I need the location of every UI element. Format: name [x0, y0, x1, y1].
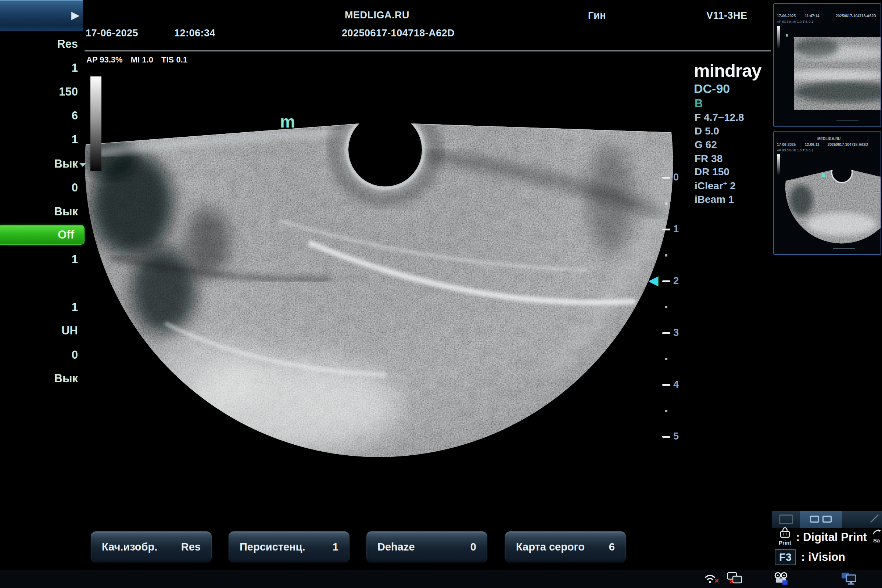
softkey-value: 6 — [609, 531, 615, 562]
tab-dual-view-selected[interactable] — [800, 511, 842, 528]
clinic-name: MEDLIGA.RU — [345, 9, 410, 21]
iclear-value: 2 — [730, 180, 736, 192]
tab-other-view[interactable] — [842, 511, 882, 528]
b-mode-ultrasound-image — [0, 0, 882, 588]
print-key-label: Print — [776, 540, 795, 546]
thumb-ap-line: AP 93.3% MI 1.0 TIS 0.1 — [777, 148, 813, 152]
tab-single-view[interactable] — [772, 511, 800, 528]
thumbnail-2[interactable]: MEDLIGA.RU 17-06-2025 12:06:11 20250617-… — [773, 131, 881, 255]
iclear-sup: + — [723, 180, 727, 187]
sidebar-item-vyk2[interactable]: Вык — [0, 205, 78, 218]
depth-label-3: 3 — [673, 327, 679, 339]
single-rect-icon — [779, 514, 793, 524]
thumb-time: 12:06:11 — [805, 142, 819, 147]
iclear-label: iClear — [694, 180, 723, 192]
brand-logo: mindray — [694, 60, 762, 81]
softkey-persistence[interactable]: Персистенц. 1 — [228, 531, 350, 563]
dual-rect-icon — [810, 516, 819, 523]
device-model: DC-90 — [694, 82, 730, 96]
param-dynamic-range: DR 150 — [694, 166, 729, 178]
thumb-exam-id: 20250617-104718-A62D — [828, 142, 868, 147]
wifi-x-mark: × — [714, 577, 719, 584]
param-depth: D 5.0 — [694, 125, 719, 137]
sidebar-item-6[interactable]: 6 — [0, 109, 78, 122]
sidebar-item-1b[interactable]: 1 — [0, 133, 78, 146]
play-arrow-icon: ▶ — [71, 9, 80, 21]
depth-label-4: 4 — [673, 379, 679, 390]
sidebar-item-0[interactable]: 0 — [0, 181, 78, 194]
depth-tick — [662, 177, 670, 178]
depth-tick — [662, 384, 670, 386]
depth-tick — [662, 280, 670, 282]
sidebar-item-uh[interactable]: UH — [0, 324, 78, 338]
param-iclear: iClear+ 2 — [694, 180, 736, 192]
thumb-date: 17-06-2025 — [777, 14, 796, 18]
exam-time: 12:06:34 — [174, 28, 215, 39]
softkey-label: Dehaze — [377, 531, 415, 562]
softkey-value: 1 — [333, 531, 339, 562]
softkey-value: 0 — [470, 531, 476, 562]
diagonal-icon — [870, 514, 879, 523]
dual-rect-icon — [822, 516, 832, 523]
off-toggle-button[interactable]: Off — [0, 225, 84, 245]
display-x-mark: × — [729, 578, 734, 585]
imaging-mode: B — [694, 97, 703, 110]
sidebar-item-1c[interactable]: 1 — [0, 253, 78, 266]
thumbnail-1[interactable]: 17-06-2025 11:47:14 20250617-104718-A62D… — [773, 3, 881, 127]
depth-tick — [662, 229, 670, 230]
probe-model: V11-3HE — [706, 10, 747, 21]
chevron-down-icon — [80, 163, 86, 167]
softkey-dehaze[interactable]: Dehaze 0 — [366, 531, 488, 563]
sidebar-item-vyk3[interactable]: Вык — [0, 372, 78, 385]
f3-key-badge: F3 — [775, 549, 796, 565]
thumb-scale-mark — [836, 120, 858, 121]
exam-id: 20250617-104718-A62D — [342, 28, 454, 39]
dual-monitor-icon — [841, 571, 859, 586]
focus-position-marker: ◀ — [648, 274, 658, 287]
param-frequency: F 4.7~12.8 — [694, 112, 744, 123]
softkey-gray-map[interactable]: Карта серого 6 — [504, 531, 627, 563]
thermal-index: TIS 0.1 — [161, 55, 188, 64]
status-bar: × × EN — [0, 570, 882, 588]
sidebar-item-150[interactable]: 150 — [0, 85, 78, 99]
sidebar-item-0b[interactable]: 0 — [0, 348, 78, 362]
depth-label-2: 2 — [673, 275, 679, 286]
thumb-grayscale-bar — [777, 154, 780, 175]
softkey-label: Персистенц. — [240, 531, 305, 562]
camera-icon — [774, 572, 789, 585]
acoustic-power: AP 93.3% — [86, 55, 123, 64]
print-action-text: : Digital Print — [796, 531, 867, 544]
acoustic-output-readout: AP 93.3% MI 1.0 TIS 0.1 — [86, 55, 193, 64]
thumb-scale-mark — [833, 248, 855, 249]
thumb-date: 17-06-2025 — [777, 142, 796, 147]
sidebar-item-vyk-dropdown[interactable]: Вык — [0, 157, 78, 171]
depth-label-1: 1 — [673, 224, 679, 235]
orientation-marker: m — [280, 112, 295, 132]
thumb-exam-id: 20250617-104718-A62D — [836, 14, 876, 18]
sidebar-item-res[interactable]: Res — [0, 38, 78, 51]
exam-preset: Гин — [588, 10, 606, 21]
depth-label-5: 5 — [673, 431, 679, 442]
save-key-icon — [873, 528, 882, 537]
print-key-icon — [778, 527, 792, 539]
sidebar-item-1d[interactable]: 1 — [0, 301, 78, 314]
softkey-image-quality[interactable]: Кач.изобр. Res — [90, 531, 212, 563]
param-ibeam: iBeam 1 — [694, 194, 734, 206]
thumb-time: 11:47:14 — [805, 14, 819, 18]
save-key-label: Sa — [873, 537, 880, 543]
thumb-grayscale-bar — [777, 26, 780, 48]
depth-tick — [662, 436, 670, 438]
header-divider — [84, 50, 771, 51]
sidebar-item-1[interactable]: 1 — [0, 62, 78, 75]
depth-tick — [662, 332, 670, 334]
thumb-clinic: MEDLIGA.RU — [818, 137, 840, 141]
depth-label-0: 0 — [673, 172, 679, 183]
ivision-action-text: : iVision — [801, 550, 845, 564]
thumb-linear-image — [794, 33, 881, 114]
system-menu-tab[interactable]: ▶ — [0, 0, 83, 31]
ultrasound-system-screen: ▶ MEDLIGA.RU Гин V11-3HE 17-06-2025 12:0… — [0, 0, 882, 588]
view-layout-tabbar — [772, 511, 882, 528]
grayscale-reference-bar — [90, 76, 101, 171]
param-gain: G 62 — [694, 139, 717, 151]
softkey-value: Res — [181, 531, 201, 562]
